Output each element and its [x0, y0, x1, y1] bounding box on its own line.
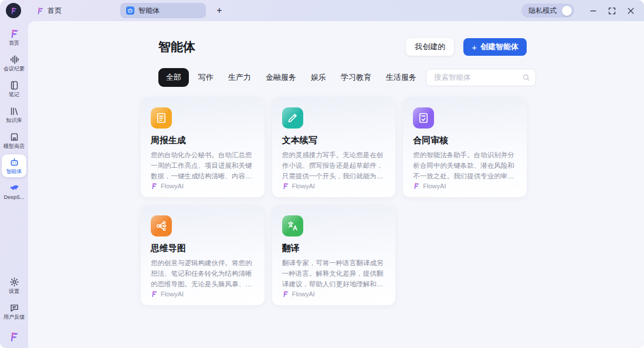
agent-card-text-continuation[interactable]: 文本续写 您的灵感接力写手。无论您是在创作小说、撰写报告还是起草邮件，只需提供一… [272, 97, 396, 197]
notebook-icon [9, 80, 19, 90]
flowyai-logo-icon [151, 183, 158, 190]
sidebar-item-label: 用户反馈 [4, 315, 25, 320]
page-header: 智能体 我创建的 + 创建智能体 [141, 38, 527, 56]
search-input[interactable] [433, 73, 522, 82]
minimize-icon [589, 6, 598, 15]
titlebar: 首页 智能体 + 隐私模式 [0, 0, 644, 21]
agent-card-grid: 周报生成 您的自动化办公秘书。自动汇总您一周的工作亮点、项目进展和关键数据，一键… [141, 97, 527, 305]
sidebar-item-label: 笔记 [9, 92, 19, 98]
card-title: 文本续写 [282, 135, 386, 146]
close-icon [626, 6, 635, 15]
robot-icon [9, 157, 19, 167]
sidebar-item-home[interactable]: 首页 [2, 26, 26, 49]
agent-card-mind-map[interactable]: 思维导图 您的创意与逻辑构建伙伴。将您的想法、笔记和任务转化为结构清晰的思维导图… [141, 205, 265, 305]
close-button[interactable] [626, 6, 636, 16]
card-description: 您的智能法务助手。自动识别并分析合同中的关键条款、潜在风险和不一致之处。我们提供… [413, 150, 517, 181]
filter-life-services[interactable]: 生活服务 [381, 69, 422, 86]
card-brand-label: FlowyAI [423, 183, 446, 190]
filter-writing[interactable]: 写作 [193, 69, 219, 86]
my-created-button[interactable]: 我创建的 [406, 38, 454, 56]
sidebar-item-model-store[interactable]: 模型商店 [2, 129, 26, 152]
flowyai-logo-icon [282, 183, 289, 190]
flowyai-logo-icon [36, 7, 44, 15]
page-title: 智能体 [158, 39, 195, 55]
sidebar-item-label: 模型商店 [4, 144, 25, 150]
library-icon [9, 106, 19, 116]
agents-page: 智能体 我创建的 + 创建智能体 全部 写作 生产力 金融服务 娱乐 学习教育 … [141, 38, 527, 305]
card-brand: FlowyAI [413, 183, 517, 190]
filter-row: 全部 写作 生产力 金融服务 娱乐 学习教育 生活服务 [141, 68, 527, 87]
gear-icon [9, 277, 19, 287]
user-avatar[interactable] [6, 3, 21, 18]
sidebar-item-settings[interactable]: 设置 [2, 274, 26, 297]
tab-home[interactable]: 首页 [32, 3, 66, 18]
card-description: 您的创意与逻辑构建伙伴。将您的想法、笔记和任务转化为结构清晰的思维导图。无论是头… [151, 258, 255, 289]
filter-productivity[interactable]: 生产力 [223, 69, 256, 86]
card-brand: FlowyAI [151, 183, 255, 190]
tab-agents-label: 智能体 [138, 6, 160, 16]
card-title: 翻译 [282, 243, 386, 254]
card-brand-label: FlowyAI [292, 183, 315, 190]
agent-card-translate[interactable]: 翻译 翻译专家，可将一种语言翻译成另一种语言。解释文化差异，提供翻译建议，帮助人… [272, 205, 396, 305]
tab-home-label: 首页 [48, 6, 62, 16]
sidebar-item-label: 会议纪要 [4, 66, 25, 72]
flowyai-logo-icon [10, 7, 18, 15]
card-brand-label: FlowyAI [161, 183, 184, 190]
sidebar-item-user-feedback[interactable]: 用户反馈 [2, 300, 26, 323]
agent-card-weekly-report[interactable]: 周报生成 您的自动化办公秘书。自动汇总您一周的工作亮点、项目进展和关键数据，一键… [141, 97, 265, 197]
flowyai-logo-icon [151, 290, 158, 298]
sidebar-item-label: 设置 [9, 289, 19, 295]
card-description: 您的灵感接力写手。无论您是在创作小说、撰写报告还是起草邮件，只需提供一个开头，我… [282, 150, 386, 181]
create-agent-label: 创建智能体 [480, 42, 518, 52]
flowyai-logo-icon [9, 29, 19, 39]
maximize-button[interactable] [607, 6, 617, 16]
sidebar-item-label: 首页 [9, 40, 19, 46]
filter-finance[interactable]: 金融服务 [260, 69, 301, 86]
agent-card-contract-review[interactable]: 合同审核 您的智能法务助手。自动识别并分析合同中的关键条款、潜在风险和不一致之处… [403, 97, 527, 197]
deepseek-whale-icon [9, 183, 19, 193]
card-title: 周报生成 [151, 135, 255, 146]
card-brand-label: FlowyAI [292, 290, 315, 298]
agent-tab-icon [126, 6, 134, 15]
plus-icon: + [472, 43, 477, 52]
filter-all[interactable]: 全部 [158, 68, 189, 87]
sidebar-item-label: 智能体 [6, 169, 22, 175]
feedback-icon [9, 303, 19, 313]
minimize-button[interactable] [588, 6, 598, 16]
sidebar-item-notes[interactable]: 笔记 [2, 77, 26, 100]
tab-agents-active[interactable]: 智能体 [120, 3, 206, 18]
flowyai-logo-icon [9, 332, 19, 342]
app-window: 首页 智能体 + 隐私模式 [0, 0, 644, 348]
search-box [426, 69, 536, 86]
card-brand-label: FlowyAI [161, 290, 184, 298]
card-title: 思维导图 [151, 243, 255, 254]
card-brand: FlowyAI [151, 290, 255, 298]
card-brand: FlowyAI [282, 290, 386, 298]
sidebar: 首页 会议纪要 笔记 知识库 模型商店 智能体 DeepS... [0, 21, 28, 348]
mindmap-nodes-icon [151, 215, 172, 236]
sidebar-item-knowledge-base[interactable]: 知识库 [2, 103, 26, 126]
filter-entertainment[interactable]: 娱乐 [306, 69, 331, 86]
new-tab-button[interactable]: + [213, 4, 226, 17]
waveform-icon [9, 55, 19, 65]
card-description: 您的自动化办公秘书。自动汇总您一周的工作亮点、项目进展和关键数据，一键生成结构清… [151, 150, 255, 181]
sidebar-item-agents[interactable]: 智能体 [2, 154, 26, 177]
toggle-knob [562, 6, 572, 16]
titlebar-right: 隐私模式 [521, 4, 636, 18]
window-controls [588, 6, 636, 16]
translate-icon [282, 215, 303, 236]
sidebar-item-deepseek[interactable]: DeepS... [2, 180, 26, 203]
privacy-mode-toggle[interactable]: 隐私模式 [521, 4, 574, 18]
sidebar-item-label: 知识库 [6, 118, 22, 124]
card-description: 翻译专家，可将一种语言翻译成另一种语言。解释文化差异，提供翻译建议，帮助人们更好… [282, 258, 386, 289]
fullscreen-icon [608, 6, 616, 15]
card-brand: FlowyAI [282, 183, 386, 190]
sidebar-item-meeting-notes[interactable]: 会议纪要 [2, 52, 26, 75]
flowyai-logo-icon [413, 183, 420, 190]
sidebar-item-label: DeepS... [4, 195, 24, 201]
filter-education[interactable]: 学习教育 [335, 69, 377, 86]
header-actions: 我创建的 + 创建智能体 [406, 38, 527, 56]
contract-check-icon [413, 107, 434, 129]
create-agent-button[interactable]: + 创建智能体 [463, 38, 527, 56]
flowyai-logo [9, 332, 19, 344]
